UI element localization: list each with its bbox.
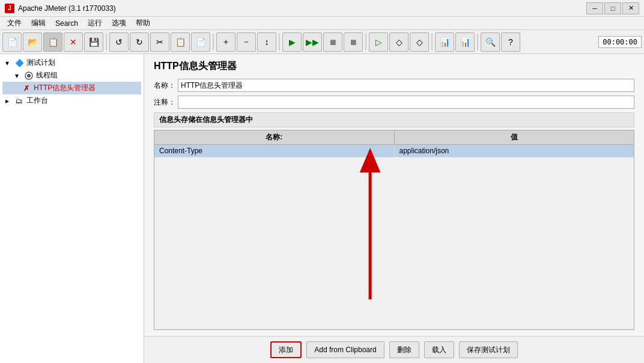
workbench-label: 工作台 xyxy=(26,96,48,106)
http-header-label: HTTP信息头管理器 xyxy=(34,83,96,93)
svg-point-1 xyxy=(27,74,31,78)
toolbar-stop[interactable]: ⏹ xyxy=(323,32,342,52)
load-button[interactable]: 载入 xyxy=(424,341,454,358)
tree-item-workbench[interactable]: ▸ 🗂 工作台 xyxy=(2,94,141,107)
toolbar-cut[interactable]: ✂ xyxy=(150,32,169,52)
workbench-expand-icon: ▸ xyxy=(2,96,12,106)
sep1 xyxy=(106,34,107,50)
menu-file[interactable]: 文件 xyxy=(2,17,26,29)
toolbar-remove[interactable]: － xyxy=(237,32,256,52)
test-plan-label: 测试计划 xyxy=(26,58,55,68)
add-from-clipboard-button[interactable]: Add from Clipboard xyxy=(306,341,384,358)
toolbar-new[interactable]: 📄 xyxy=(2,32,22,52)
workbench-icon: 🗂 xyxy=(14,96,24,106)
panel-title: HTTP信息头管理器 xyxy=(154,60,634,73)
menu-help[interactable]: 帮助 xyxy=(131,17,155,29)
headers-table: 名称: 值 Content-Type application/json xyxy=(154,130,634,330)
cell-name: Content-Type xyxy=(154,145,395,157)
name-label: 名称： xyxy=(154,81,178,91)
thread-expand-icon: ▾ xyxy=(12,71,22,81)
toolbar-run-all[interactable]: ▶▶ xyxy=(303,32,322,52)
cell-value: application/json xyxy=(395,145,634,157)
test-plan-icon: 🔷 xyxy=(14,58,24,68)
name-input[interactable] xyxy=(178,79,634,92)
toolbar-remote-stop[interactable]: ◇ xyxy=(389,32,409,52)
toolbar-stop2[interactable]: ⏹ xyxy=(344,32,363,52)
toolbar-run[interactable]: ▶ xyxy=(282,32,302,52)
toolbar: 📄 📂 📋 ✕ 💾 ↺ ↻ ✂ 📋 📄 ＋ － ↕ ▶ ▶▶ ⏹ ⏹ ▷ ◇ ◇… xyxy=(0,30,644,54)
maximize-button[interactable]: □ xyxy=(604,2,621,14)
main-layout: ▾ 🔷 测试计划 ▾ 线程组 ✗ HTTP信息头管理器 ▸ 🗂 xyxy=(0,54,644,363)
toolbar-save-templates[interactable]: 📋 xyxy=(43,32,62,52)
comment-row: 注释： xyxy=(154,96,634,109)
title-bar: J Apache JMeter (3.1 r1770033) ─ □ ✕ xyxy=(0,0,644,17)
section-title: 信息头存储在信息头管理器中 xyxy=(154,112,634,127)
menu-options[interactable]: 选项 xyxy=(107,17,131,29)
toolbar-undo[interactable]: ↺ xyxy=(109,32,129,52)
tree-item-test-plan[interactable]: ▾ 🔷 测试计划 xyxy=(2,56,141,69)
add-button[interactable]: 添加 xyxy=(270,341,302,358)
content-area: HTTP信息头管理器 名称： 注释： 信息头存储在信息头管理器中 名称: 值 C… xyxy=(144,54,644,336)
sep5 xyxy=(431,34,433,50)
toolbar-save[interactable]: 💾 xyxy=(84,32,103,52)
thread-group-icon xyxy=(24,71,34,81)
delete-button[interactable]: 删除 xyxy=(389,341,419,358)
table-body: Content-Type application/json xyxy=(154,145,634,329)
menu-edit[interactable]: 编辑 xyxy=(26,17,50,29)
col-value: 值 xyxy=(395,130,634,144)
name-row: 名称： xyxy=(154,79,634,92)
toolbar-search[interactable]: 🔍 xyxy=(481,32,500,52)
col-name: 名称: xyxy=(154,130,395,144)
window-controls: ─ □ ✕ xyxy=(586,2,639,14)
save-test-button[interactable]: 保存测试计划 xyxy=(459,341,518,358)
table-row[interactable]: Content-Type application/json xyxy=(154,145,634,157)
right-panel: HTTP信息头管理器 名称： 注释： 信息头存储在信息头管理器中 名称: 值 C… xyxy=(144,54,644,363)
tree-item-thread-group[interactable]: ▾ 线程组 xyxy=(2,69,141,82)
sep6 xyxy=(477,34,478,50)
tree-item-http-header[interactable]: ✗ HTTP信息头管理器 xyxy=(2,82,141,94)
close-button[interactable]: ✕ xyxy=(622,2,639,14)
app-icon: J xyxy=(5,4,14,13)
sep4 xyxy=(365,34,366,50)
toolbar-log2[interactable]: 📊 xyxy=(455,32,475,52)
comment-label: 注释： xyxy=(154,97,178,108)
minimize-button[interactable]: ─ xyxy=(586,2,603,14)
window-title: Apache JMeter (3.1 r1770033) xyxy=(18,4,586,13)
toolbar-remote-run[interactable]: ▷ xyxy=(369,32,388,52)
sep2 xyxy=(213,34,214,50)
menu-search[interactable]: Search xyxy=(50,17,83,29)
expand-icon: ▾ xyxy=(2,58,12,68)
thread-group-label: 线程组 xyxy=(36,70,58,81)
toolbar-add[interactable]: ＋ xyxy=(216,32,235,52)
toolbar-copy[interactable]: 📋 xyxy=(171,32,190,52)
toolbar-stop-x[interactable]: ✕ xyxy=(64,32,83,52)
toolbar-log1[interactable]: 📊 xyxy=(435,32,454,52)
toolbar-paste[interactable]: 📄 xyxy=(191,32,210,52)
toolbar-redo[interactable]: ↻ xyxy=(130,32,149,52)
timer-display: 00:00:00 xyxy=(598,36,642,48)
bottom-bar: 添加 Add from Clipboard 删除 载入 保存测试计划 xyxy=(144,336,644,363)
sep3 xyxy=(279,34,280,50)
left-panel: ▾ 🔷 测试计划 ▾ 线程组 ✗ HTTP信息头管理器 ▸ 🗂 xyxy=(0,54,144,363)
toolbar-open[interactable]: 📂 xyxy=(23,32,42,52)
menu-run[interactable]: 运行 xyxy=(83,17,107,29)
toolbar-help[interactable]: ? xyxy=(501,32,520,52)
toolbar-remote-stop2[interactable]: ◇ xyxy=(410,32,429,52)
comment-input[interactable] xyxy=(178,96,634,109)
http-header-icon: ✗ xyxy=(22,84,31,93)
menu-bar: 文件 编辑 Search 运行 选项 帮助 xyxy=(0,17,644,30)
table-header: 名称: 值 xyxy=(154,130,634,145)
toolbar-expand[interactable]: ↕ xyxy=(257,32,276,52)
